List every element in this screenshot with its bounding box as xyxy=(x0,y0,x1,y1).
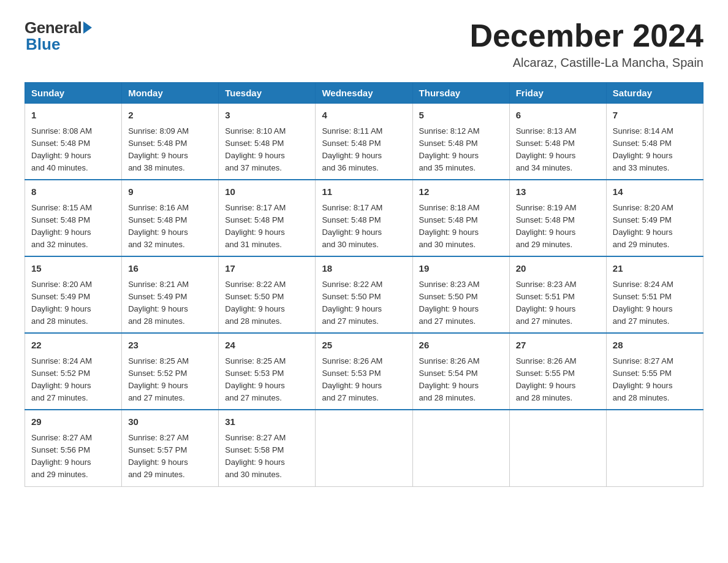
calendar-cell: 3Sunrise: 8:10 AM Sunset: 5:48 PM Daylig… xyxy=(219,104,316,180)
day-info: Sunrise: 8:27 AM Sunset: 5:58 PM Dayligh… xyxy=(225,432,309,481)
calendar-table: SundayMondayTuesdayWednesdayThursdayFrid… xyxy=(25,82,703,486)
calendar-cell: 16Sunrise: 8:21 AM Sunset: 5:49 PM Dayli… xyxy=(122,256,219,333)
day-info: Sunrise: 8:15 AM Sunset: 5:48 PM Dayligh… xyxy=(31,202,115,251)
day-info: Sunrise: 8:25 AM Sunset: 5:53 PM Dayligh… xyxy=(225,355,309,405)
calendar-cell: 18Sunrise: 8:22 AM Sunset: 5:50 PM Dayli… xyxy=(316,256,412,333)
day-info: Sunrise: 8:16 AM Sunset: 5:48 PM Dayligh… xyxy=(128,202,212,251)
day-info: Sunrise: 8:20 AM Sunset: 5:49 PM Dayligh… xyxy=(31,278,115,328)
calendar-header-monday: Monday xyxy=(122,83,219,104)
calendar-header-thursday: Thursday xyxy=(412,83,509,104)
day-number: 1 xyxy=(31,109,115,123)
day-number: 4 xyxy=(322,109,406,123)
day-number: 22 xyxy=(31,339,115,353)
calendar-cell: 27Sunrise: 8:26 AM Sunset: 5:55 PM Dayli… xyxy=(509,333,606,410)
calendar-header-saturday: Saturday xyxy=(606,83,703,104)
calendar-cell: 6Sunrise: 8:13 AM Sunset: 5:48 PM Daylig… xyxy=(509,104,606,180)
day-info: Sunrise: 8:17 AM Sunset: 5:48 PM Dayligh… xyxy=(225,202,309,251)
title-area: December 2024 Alcaraz, Castille-La Manch… xyxy=(469,18,703,70)
day-info: Sunrise: 8:26 AM Sunset: 5:53 PM Dayligh… xyxy=(322,355,406,405)
day-info: Sunrise: 8:08 AM Sunset: 5:48 PM Dayligh… xyxy=(31,125,115,175)
calendar-cell xyxy=(606,410,703,486)
calendar-header-wednesday: Wednesday xyxy=(316,83,412,104)
day-number: 7 xyxy=(613,109,697,123)
calendar-cell: 13Sunrise: 8:19 AM Sunset: 5:48 PM Dayli… xyxy=(509,180,606,256)
day-number: 21 xyxy=(613,262,697,276)
calendar-cell: 1Sunrise: 8:08 AM Sunset: 5:48 PM Daylig… xyxy=(25,104,122,180)
week-row-2: 8Sunrise: 8:15 AM Sunset: 5:48 PM Daylig… xyxy=(25,180,703,256)
day-info: Sunrise: 8:10 AM Sunset: 5:48 PM Dayligh… xyxy=(225,125,309,175)
calendar-cell: 29Sunrise: 8:27 AM Sunset: 5:56 PM Dayli… xyxy=(25,410,122,486)
day-number: 3 xyxy=(225,109,309,123)
calendar-cell: 21Sunrise: 8:24 AM Sunset: 5:51 PM Dayli… xyxy=(606,256,703,333)
day-info: Sunrise: 8:26 AM Sunset: 5:54 PM Dayligh… xyxy=(419,355,503,405)
day-number: 13 xyxy=(516,185,600,199)
calendar-cell: 24Sunrise: 8:25 AM Sunset: 5:53 PM Dayli… xyxy=(219,333,316,410)
day-info: Sunrise: 8:20 AM Sunset: 5:49 PM Dayligh… xyxy=(613,202,697,251)
day-number: 20 xyxy=(516,262,600,276)
month-title: December 2024 xyxy=(469,18,703,53)
calendar-cell: 2Sunrise: 8:09 AM Sunset: 5:48 PM Daylig… xyxy=(122,104,219,180)
calendar-cell: 9Sunrise: 8:16 AM Sunset: 5:48 PM Daylig… xyxy=(122,180,219,256)
day-info: Sunrise: 8:18 AM Sunset: 5:48 PM Dayligh… xyxy=(419,202,503,251)
calendar-cell: 28Sunrise: 8:27 AM Sunset: 5:55 PM Dayli… xyxy=(606,333,703,410)
calendar-cell: 31Sunrise: 8:27 AM Sunset: 5:58 PM Dayli… xyxy=(219,410,316,486)
day-number: 5 xyxy=(419,109,503,123)
day-number: 25 xyxy=(322,339,406,353)
day-info: Sunrise: 8:27 AM Sunset: 5:56 PM Dayligh… xyxy=(31,432,115,481)
day-number: 24 xyxy=(225,339,309,353)
day-number: 29 xyxy=(31,415,115,429)
calendar-cell: 8Sunrise: 8:15 AM Sunset: 5:48 PM Daylig… xyxy=(25,180,122,256)
day-number: 31 xyxy=(225,415,309,429)
week-row-5: 29Sunrise: 8:27 AM Sunset: 5:56 PM Dayli… xyxy=(25,410,703,486)
day-number: 9 xyxy=(128,185,212,199)
calendar-cell: 11Sunrise: 8:17 AM Sunset: 5:48 PM Dayli… xyxy=(316,180,412,256)
day-info: Sunrise: 8:19 AM Sunset: 5:48 PM Dayligh… xyxy=(516,202,600,251)
calendar-cell xyxy=(509,410,606,486)
calendar-cell: 22Sunrise: 8:24 AM Sunset: 5:52 PM Dayli… xyxy=(25,333,122,410)
calendar-cell: 4Sunrise: 8:11 AM Sunset: 5:48 PM Daylig… xyxy=(316,104,412,180)
day-info: Sunrise: 8:12 AM Sunset: 5:48 PM Dayligh… xyxy=(419,125,503,175)
day-info: Sunrise: 8:26 AM Sunset: 5:55 PM Dayligh… xyxy=(516,355,600,405)
day-info: Sunrise: 8:22 AM Sunset: 5:50 PM Dayligh… xyxy=(322,278,406,328)
day-number: 11 xyxy=(322,185,406,199)
calendar-cell xyxy=(412,410,509,486)
day-info: Sunrise: 8:13 AM Sunset: 5:48 PM Dayligh… xyxy=(516,125,600,175)
calendar-cell: 7Sunrise: 8:14 AM Sunset: 5:48 PM Daylig… xyxy=(606,104,703,180)
day-number: 10 xyxy=(225,185,309,199)
day-info: Sunrise: 8:27 AM Sunset: 5:57 PM Dayligh… xyxy=(128,432,212,481)
day-number: 15 xyxy=(31,262,115,276)
calendar-header-tuesday: Tuesday xyxy=(219,83,316,104)
week-row-3: 15Sunrise: 8:20 AM Sunset: 5:49 PM Dayli… xyxy=(25,256,703,333)
day-info: Sunrise: 8:23 AM Sunset: 5:51 PM Dayligh… xyxy=(516,278,600,328)
calendar-cell: 15Sunrise: 8:20 AM Sunset: 5:49 PM Dayli… xyxy=(25,256,122,333)
day-number: 16 xyxy=(128,262,212,276)
day-info: Sunrise: 8:23 AM Sunset: 5:50 PM Dayligh… xyxy=(419,278,503,328)
calendar-header-friday: Friday xyxy=(509,83,606,104)
logo-blue-text: Blue xyxy=(25,35,60,54)
calendar-cell: 20Sunrise: 8:23 AM Sunset: 5:51 PM Dayli… xyxy=(509,256,606,333)
header-row: SundayMondayTuesdayWednesdayThursdayFrid… xyxy=(25,83,703,104)
day-number: 18 xyxy=(322,262,406,276)
day-number: 26 xyxy=(419,339,503,353)
day-info: Sunrise: 8:09 AM Sunset: 5:48 PM Dayligh… xyxy=(128,125,212,175)
calendar-header-sunday: Sunday xyxy=(25,83,122,104)
calendar-cell: 26Sunrise: 8:26 AM Sunset: 5:54 PM Dayli… xyxy=(412,333,509,410)
day-info: Sunrise: 8:27 AM Sunset: 5:55 PM Dayligh… xyxy=(613,355,697,405)
day-number: 27 xyxy=(516,339,600,353)
day-number: 6 xyxy=(516,109,600,123)
day-number: 8 xyxy=(31,185,115,199)
day-info: Sunrise: 8:25 AM Sunset: 5:52 PM Dayligh… xyxy=(128,355,212,405)
calendar-cell: 23Sunrise: 8:25 AM Sunset: 5:52 PM Dayli… xyxy=(122,333,219,410)
day-number: 12 xyxy=(419,185,503,199)
calendar-cell: 25Sunrise: 8:26 AM Sunset: 5:53 PM Dayli… xyxy=(316,333,412,410)
week-row-1: 1Sunrise: 8:08 AM Sunset: 5:48 PM Daylig… xyxy=(25,104,703,180)
day-number: 14 xyxy=(613,185,697,199)
day-number: 2 xyxy=(128,109,212,123)
calendar-cell: 12Sunrise: 8:18 AM Sunset: 5:48 PM Dayli… xyxy=(412,180,509,256)
day-info: Sunrise: 8:21 AM Sunset: 5:49 PM Dayligh… xyxy=(128,278,212,328)
calendar-cell: 14Sunrise: 8:20 AM Sunset: 5:49 PM Dayli… xyxy=(606,180,703,256)
logo: General Blue xyxy=(25,18,92,54)
day-info: Sunrise: 8:24 AM Sunset: 5:51 PM Dayligh… xyxy=(613,278,697,328)
calendar-cell: 5Sunrise: 8:12 AM Sunset: 5:48 PM Daylig… xyxy=(412,104,509,180)
day-info: Sunrise: 8:22 AM Sunset: 5:50 PM Dayligh… xyxy=(225,278,309,328)
